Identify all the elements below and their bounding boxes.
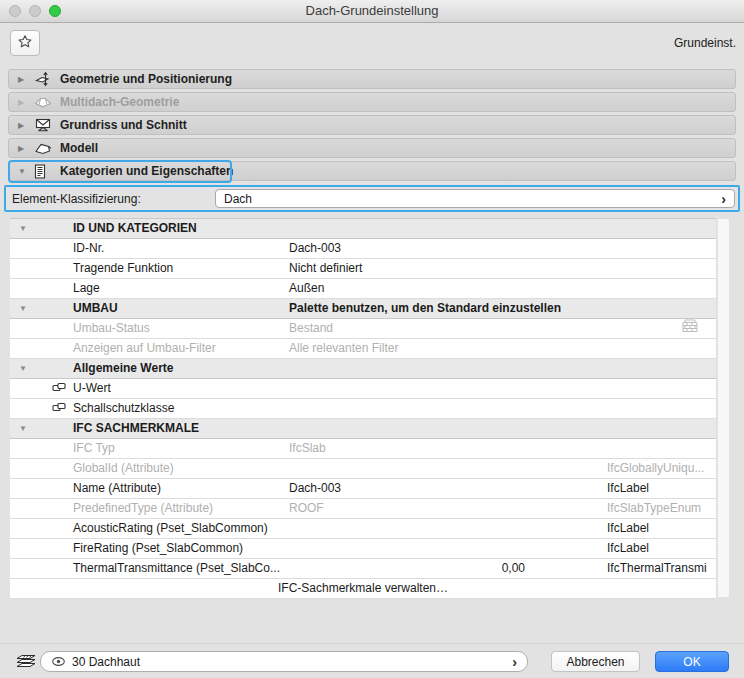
close-button[interactable] — [9, 5, 21, 17]
chevron-right-icon[interactable]: ▶ — [18, 144, 34, 153]
chevron-down-icon[interactable]: ▼ — [19, 299, 27, 318]
link-icon — [52, 399, 66, 418]
chevron-right-icon[interactable]: ▶ — [18, 121, 34, 130]
accordion-section[interactable]: ▶Multidach-Geometrie — [8, 92, 736, 112]
zoom-button[interactable] — [49, 5, 61, 17]
property-label: FireRating (Pset_SlabCommon) — [73, 539, 243, 558]
model-icon — [34, 142, 58, 155]
accordion-list: ▶Geometrie und Positionierung▶Multidach-… — [8, 69, 736, 184]
property-row[interactable]: GlobalId (Attribute)IfcGloballyUniqu... — [10, 459, 716, 479]
property-label: PredefinedType (Attribute) — [73, 499, 213, 518]
ifc-type-label: IfcThermalTransmi — [607, 559, 714, 578]
property-label: Umbau-Status — [73, 319, 150, 338]
manage-ifc-row[interactable]: IFC-Sachmerkmale verwalten… — [10, 579, 716, 599]
accordion-section-label: Kategorien und Eigenschaften — [60, 164, 233, 178]
accordion-section[interactable]: ▶Modell — [8, 138, 736, 158]
star-icon — [17, 34, 33, 52]
cancel-button[interactable]: Abbrechen — [551, 651, 640, 672]
property-row[interactable]: ThermalTransmittance (Pset_SlabCo...0,00… — [10, 559, 716, 579]
ifc-type-label: IfcLabel — [607, 539, 714, 558]
property-value: Dach-003 — [289, 239, 341, 258]
property-label: IFC Typ — [73, 439, 115, 458]
property-row[interactable]: ID-Nr.Dach-003 — [10, 239, 716, 259]
layers-icon — [15, 652, 37, 669]
property-row[interactable]: Anzeigen auf Umbau-FilterAlle relevanten… — [10, 339, 716, 359]
chevron-right-icon[interactable]: ▶ — [18, 98, 34, 107]
property-label: Schallschutzklasse — [73, 399, 174, 418]
categories-icon — [34, 164, 58, 179]
property-label: ID UND KATEGORIEN — [73, 219, 197, 238]
property-value: Bestand — [289, 319, 333, 338]
section-row[interactable]: ▼IFC SACHMERKMALE — [10, 419, 716, 439]
classification-value: Dach — [224, 192, 252, 206]
property-value: Dach-003 — [289, 479, 341, 498]
chevron-right-icon: › — [721, 192, 726, 206]
property-row[interactable]: Umbau-StatusBestand — [10, 319, 716, 339]
favorites-button[interactable] — [10, 30, 40, 56]
property-label: UMBAU — [73, 299, 118, 318]
property-label: Lage — [73, 279, 100, 298]
accordion-section-label: Modell — [60, 141, 98, 155]
chevron-down-icon[interactable]: ▼ — [19, 419, 27, 438]
chevron-down-icon[interactable]: ▼ — [18, 167, 34, 176]
manage-ifc-label: IFC-Sachmerkmale verwalten… — [278, 581, 448, 595]
accordion-section-label: Geometrie und Positionierung — [60, 72, 232, 86]
accordion-section-label: Grundriss und Schnitt — [60, 118, 187, 132]
traffic-lights — [9, 5, 61, 17]
property-row[interactable]: Name (Attribute)Dach-003IfcLabel — [10, 479, 716, 499]
minimize-button[interactable] — [29, 5, 41, 17]
property-label: ID-Nr. — [73, 239, 104, 258]
accordion-section-label: Multidach-Geometrie — [60, 95, 179, 109]
layer-dropdown[interactable]: 30 Dachhaut › — [40, 651, 528, 672]
property-label: Name (Attribute) — [73, 479, 161, 498]
chevron-right-icon[interactable]: ▶ — [18, 75, 34, 84]
accordion-section[interactable]: ▶Geometrie und Positionierung — [8, 69, 736, 89]
property-label: Allgemeine Werte — [73, 359, 173, 378]
footer-bar: 30 Dachhaut › Abbrechen OK — [0, 643, 744, 678]
title-bar: Dach-Grundeinstellung — [0, 0, 744, 23]
property-value: Alle relevanten Filter — [289, 339, 398, 358]
property-label: U-Wert — [73, 379, 111, 398]
property-label: Tragende Funktion — [73, 259, 173, 278]
eye-icon — [51, 656, 66, 667]
property-label: Anzeigen auf Umbau-Filter — [73, 339, 216, 358]
section-row[interactable]: ▼UMBAUPalette benutzen, um den Standard … — [10, 299, 716, 319]
property-row[interactable]: Tragende FunktionNicht definiert — [10, 259, 716, 279]
link-icon — [52, 379, 66, 398]
accordion-section[interactable]: ▶Grundriss und Schnitt — [8, 115, 736, 135]
ifc-type-label: IfcLabel — [607, 519, 714, 538]
window-title: Dach-Grundeinstellung — [0, 0, 744, 22]
ifc-type-label: IfcGloballyUniqu... — [607, 459, 714, 478]
chevron-down-icon[interactable]: ▼ — [19, 219, 27, 238]
multi-roof-icon — [34, 95, 58, 109]
ifc-type-label: IfcLabel — [607, 479, 714, 498]
property-value: Außen — [289, 279, 324, 298]
property-row[interactable]: PredefinedType (Attribute)ROOFIfcSlabTyp… — [10, 499, 716, 519]
geometry-positioning-icon — [34, 71, 58, 87]
property-value: ROOF — [289, 499, 324, 518]
property-value: IfcSlab — [289, 439, 326, 458]
property-row[interactable]: IFC TypIfcSlab — [10, 439, 716, 459]
scrollbar-track[interactable] — [717, 218, 730, 598]
classification-row: Element-Klassifizierung: Dach › — [4, 185, 740, 212]
ok-button[interactable]: OK — [655, 651, 729, 672]
property-row[interactable]: AcousticRating (Pset_SlabCommon)IfcLabel — [10, 519, 716, 539]
section-row[interactable]: ▼ID UND KATEGORIEN — [10, 219, 716, 239]
property-label: ThermalTransmittance (Pset_SlabCo... — [73, 559, 280, 578]
section-row[interactable]: ▼Allgemeine Werte — [10, 359, 716, 379]
property-value: Palette benutzen, um den Standard einzus… — [289, 299, 561, 318]
property-row[interactable]: FireRating (Pset_SlabCommon)IfcLabel — [10, 539, 716, 559]
property-row[interactable]: U-Wert — [10, 379, 716, 399]
property-row[interactable]: Schallschutzklasse — [10, 399, 716, 419]
accordion-section[interactable]: ▼Kategorien und Eigenschaften — [8, 161, 736, 181]
property-row[interactable]: LageAußen — [10, 279, 716, 299]
property-label: AcousticRating (Pset_SlabCommon) — [73, 519, 268, 538]
chevron-down-icon[interactable]: ▼ — [19, 359, 27, 378]
chevron-right-icon: › — [512, 655, 517, 669]
classification-dropdown[interactable]: Dach › — [215, 189, 735, 208]
properties-table: ▼ID UND KATEGORIENID-Nr.Dach-003Tragende… — [10, 218, 716, 599]
property-label: GlobalId (Attribute) — [73, 459, 174, 478]
mode-label: Grundeinst. — [674, 36, 736, 50]
classification-label: Element-Klassifizierung: — [12, 192, 141, 206]
ifc-type-label: IfcSlabTypeEnum — [607, 499, 714, 518]
